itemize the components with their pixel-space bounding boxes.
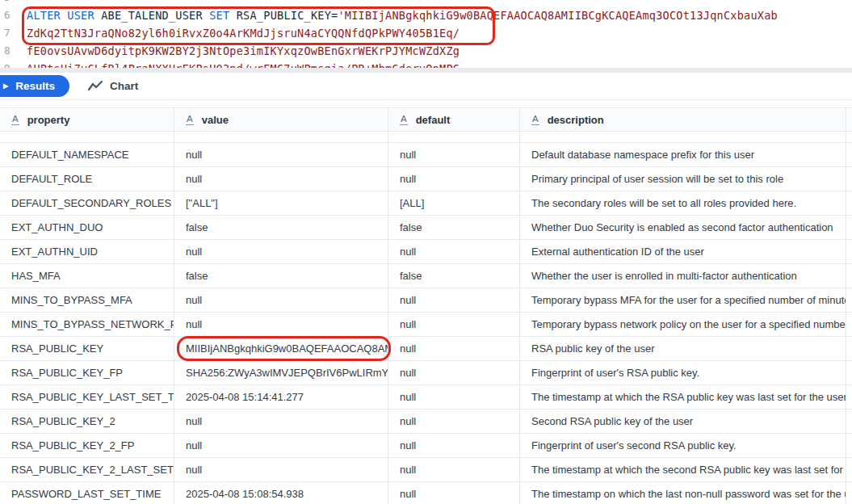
cell-property[interactable]: RSA_PUBLIC_KEY_2_LAST_SET_TIME: [0, 458, 174, 481]
cell-property[interactable]: RSA_PUBLIC_KEY_2: [0, 410, 174, 433]
cell-default[interactable]: null: [388, 313, 520, 336]
cell-value[interactable]: null: [174, 458, 388, 481]
line-number: 7: [0, 24, 21, 42]
cell-value[interactable]: null: [174, 313, 388, 336]
cell-default[interactable]: null: [388, 458, 520, 481]
cell-value[interactable]: null: [174, 167, 388, 191]
cell-property[interactable]: EXT_AUTHN_DUO: [0, 216, 174, 239]
table-row[interactable]: RSA_PUBLIC_KEY_LAST_SET_TIME 2025-04-08 …: [0, 385, 852, 410]
table-row[interactable]: RSA_PUBLIC_KEY_FP SHA256:ZWyA3wIMVJEPQBr…: [0, 361, 852, 385]
cell-value[interactable]: null: [174, 143, 388, 166]
cell-value[interactable]: 2025-04-08 15:08:54.938: [174, 482, 388, 504]
cell-description[interactable]: Whether Duo Security is enabled as secon…: [520, 216, 846, 239]
code-line[interactable]: 9AUPtsUi7yCLfBl4PraNXXUrEKPsU03nd/wrEMG7…: [0, 60, 852, 68]
column-header-description[interactable]: A description: [520, 108, 846, 131]
line-chart-icon: [87, 79, 103, 94]
code-line[interactable]: 7ZdKq2TtN3JraQNo82yl6h0iRvxZ0o4ArKMdJjsr…: [0, 24, 852, 42]
cell-default[interactable]: null: [388, 410, 520, 433]
cell-default[interactable]: null: [388, 240, 520, 263]
cell-property[interactable]: DEFAULT_ROLE: [0, 167, 174, 191]
column-header-description-label: description: [548, 114, 604, 126]
cell-description[interactable]: Primary principal of user session will b…: [520, 167, 846, 191]
table-row[interactable]: EXT_AUTHN_UID null null External authent…: [0, 240, 852, 264]
text-type-icon: A: [400, 114, 408, 126]
cell-value[interactable]: null: [174, 410, 388, 433]
table-row[interactable]: EXT_AUTHN_DUO false false Whether Duo Se…: [0, 216, 852, 240]
cell-value[interactable]: 2025-04-08 15:14:41.277: [174, 385, 388, 409]
cell-property[interactable]: HAS_MFA: [0, 264, 174, 288]
sql-editor[interactable]: 56ALTER USER ABE_TALEND_USER SET RSA_PUB…: [0, 0, 852, 68]
column-header-value[interactable]: A value: [174, 108, 388, 131]
table-row[interactable]: RSA_PUBLIC_KEY MIIBIjANBgkqhkiG9w0BAQEFA…: [0, 337, 852, 361]
table-row[interactable]: HAS_MFA false false Whether the user is …: [0, 264, 852, 288]
cell-description[interactable]: The timestamp at which the RSA public ke…: [520, 385, 846, 409]
cell-property[interactable]: RSA_PUBLIC_KEY_LAST_SET_TIME: [0, 385, 174, 409]
cell-property[interactable]: RSA_PUBLIC_KEY: [0, 337, 174, 360]
cell-description[interactable]: The timestamp at which the second RSA pu…: [520, 458, 846, 481]
code-text: [21, 0, 27, 6]
table-row[interactable]: MINS_TO_BYPASS_MFA null null Temporary b…: [0, 288, 852, 313]
worksheet-screen: 56ALTER USER ABE_TALEND_USER SET RSA_PUB…: [0, 0, 852, 504]
cell-description[interactable]: Default database namespace prefix for th…: [520, 143, 846, 166]
table-row[interactable]: RSA_PUBLIC_KEY_2_FP null null Fingerprin…: [0, 434, 852, 458]
code-text: fE0ovsUAvwD6dyitpK9KW2BY2j3NtOpe3imIKYxq…: [21, 42, 460, 60]
panel-divider: [0, 99, 852, 100]
cell-default[interactable]: null: [388, 167, 520, 191]
cell-value[interactable]: SHA256:ZWyA3wIMVJEPQBrIV6PwLIRmYcZa: [174, 361, 388, 384]
cell-description[interactable]: Fingerprint of user's second RSA public …: [520, 434, 846, 457]
table-row[interactable]: PASSWORD_LAST_SET_TIME 2025-04-08 15:08:…: [0, 482, 852, 504]
column-header-property[interactable]: A property: [0, 108, 174, 131]
cell-property[interactable]: MINS_TO_BYPASS_NETWORK_POLICY: [0, 313, 174, 336]
table-row[interactable]: DEFAULT_SECONDARY_ROLES ["ALL"] [ALL] Th…: [0, 191, 852, 216]
cell-default[interactable]: null: [388, 361, 520, 384]
cell-property[interactable]: RSA_PUBLIC_KEY_2_FP: [0, 434, 174, 457]
cell-description[interactable]: The timestamp on which the last non-null…: [520, 482, 846, 504]
table-row[interactable]: RSA_PUBLIC_KEY_2 null null Second RSA pu…: [0, 410, 852, 434]
column-header-default[interactable]: A default: [388, 108, 520, 131]
table-row[interactable]: RSA_PUBLIC_KEY_2_LAST_SET_TIME null null…: [0, 458, 852, 482]
cell-description[interactable]: Fingerprint of user's RSA public key.: [520, 361, 846, 384]
cell-value[interactable]: false: [174, 216, 388, 239]
cell-default[interactable]: [ALL]: [388, 191, 520, 215]
cell-property[interactable]: EXT_AUTHN_UID: [0, 240, 174, 263]
tab-chart-label: Chart: [110, 80, 138, 92]
cell-description[interactable]: RSA public key of the user: [520, 337, 846, 360]
cell-value[interactable]: null: [174, 240, 388, 263]
cell-default[interactable]: null: [388, 288, 520, 312]
cell-property[interactable]: RSA_PUBLIC_KEY_FP: [0, 361, 174, 384]
cell-description[interactable]: External authentication ID of the user: [520, 240, 846, 263]
cell-description[interactable]: Temporary bypass network policy on the u…: [520, 313, 846, 336]
cell-value[interactable]: MIIBIjANBgkqhkiG9w0BAQEFAAOCAQ8AMIIBCgKC…: [174, 337, 388, 360]
cell-value[interactable]: null: [174, 288, 388, 312]
cell-default[interactable]: null: [388, 482, 520, 504]
tab-results[interactable]: ▶ Results: [0, 75, 69, 97]
code-line[interactable]: 8fE0ovsUAvwD6dyitpK9KW2BY2j3NtOpe3imIKYx…: [0, 42, 852, 60]
cell-value[interactable]: ["ALL"]: [174, 191, 388, 215]
cell-property[interactable]: DEFAULT_SECONDARY_ROLES: [0, 191, 174, 215]
cell-default[interactable]: null: [388, 143, 520, 166]
cell-default[interactable]: null: [388, 434, 520, 457]
sql-editor-lines: 56ALTER USER ABE_TALEND_USER SET RSA_PUB…: [0, 0, 852, 68]
cell-description[interactable]: Whether the user is enrolled in multi-fa…: [520, 264, 846, 288]
cell-description[interactable]: Second RSA public key of the user: [520, 410, 846, 433]
cell-default[interactable]: null: [388, 385, 520, 409]
cell-property[interactable]: DEFAULT_NAMESPACE: [0, 143, 174, 166]
cell-description[interactable]: The secondary roles will be set to all r…: [520, 191, 846, 215]
table-row[interactable]: DEFAULT_NAMESPACE null null Default data…: [0, 143, 852, 167]
table-row[interactable]: DEFAULT_ROLE null null Primary principal…: [0, 167, 852, 191]
table-row-partial: [0, 132, 852, 143]
tab-chart[interactable]: Chart: [87, 79, 138, 94]
cell-description[interactable]: Temporary bypass MFA for the user for a …: [520, 288, 846, 312]
cell-value[interactable]: null: [174, 434, 388, 457]
cell-default[interactable]: false: [388, 216, 520, 239]
column-header-property-label: property: [27, 114, 70, 126]
cell-default[interactable]: false: [388, 264, 520, 288]
cell-property[interactable]: MINS_TO_BYPASS_MFA: [0, 288, 174, 312]
table-row[interactable]: MINS_TO_BYPASS_NETWORK_POLICY null null …: [0, 313, 852, 337]
cell-value[interactable]: false: [174, 264, 388, 288]
cell-property[interactable]: PASSWORD_LAST_SET_TIME: [0, 482, 174, 504]
code-line[interactable]: 6ALTER USER ABE_TALEND_USER SET RSA_PUBL…: [0, 6, 852, 24]
code-line[interactable]: 5: [0, 0, 852, 6]
line-number: 9: [0, 60, 21, 68]
cell-default[interactable]: null: [388, 337, 520, 360]
